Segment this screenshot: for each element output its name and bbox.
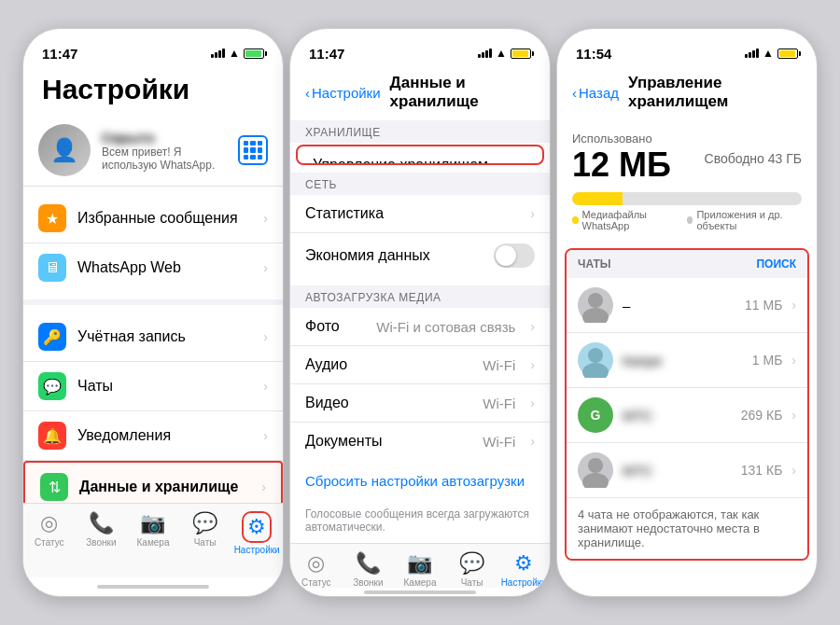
tab-camera-2[interactable]: 📷 Камера	[394, 551, 446, 588]
settings-item-notifications[interactable]: 🔔 Уведомления ›	[23, 411, 283, 461]
chevron-icon: ›	[530, 434, 535, 449]
nav-back-3[interactable]: ‹ Назад	[572, 85, 619, 101]
status-bar-1: 11:47 ▲	[23, 29, 283, 70]
legend-dot-apps	[687, 216, 693, 224]
data-saving-toggle[interactable]	[494, 243, 535, 268]
settings-item-whatsapp-web[interactable]: 🖥 WhatsApp Web ›	[23, 243, 283, 292]
tab-status[interactable]: ◎ Статус	[23, 511, 76, 548]
settings-item-favorites[interactable]: ★ Избранные сообщения ›	[23, 194, 283, 243]
tab-settings[interactable]: ⚙ Настройки	[231, 511, 283, 555]
chevron-icon: ›	[530, 319, 535, 334]
battery-icon	[777, 49, 798, 59]
signal-icon	[745, 49, 759, 58]
wifi-icon: ▲	[229, 47, 240, 60]
chats-header-label: ЧАТЫ	[578, 257, 611, 271]
statistics-item[interactable]: Статистика ›	[290, 195, 550, 233]
battery-icon	[244, 49, 264, 59]
profile-name: Скрыто	[102, 130, 227, 146]
storage-legend: Медиафайлы WhatsApp Приложения и др. объ…	[572, 209, 802, 231]
chevron-icon: ›	[263, 329, 268, 344]
tab-status-2[interactable]: ◎ Статус	[290, 551, 343, 588]
status-tab-label: Статус	[35, 537, 64, 548]
chat-row-3[interactable]: G МТС 269 КБ ›	[567, 388, 807, 443]
status-tab-icon: ◎	[40, 511, 58, 535]
storage-section-header: ХРАНИЛИЩЕ	[290, 120, 550, 143]
chat-size-1: 11 МБ	[745, 298, 782, 312]
storage-label: Использовано	[572, 132, 671, 146]
data-label: Данные и хранилище	[79, 479, 250, 495]
settings-group-1: ★ Избранные сообщения › 🖥 WhatsApp Web ›	[23, 187, 283, 305]
qr-icon[interactable]	[238, 135, 268, 165]
nav-back-2[interactable]: ‹ Настройки	[305, 85, 381, 101]
home-indicator	[23, 577, 283, 596]
signal-icon	[478, 49, 492, 58]
chats-tab-icon: 💬	[459, 551, 484, 576]
tab-calls-2[interactable]: 📞 Звонки	[343, 551, 395, 588]
status-bar-2: 11:47 ▲	[290, 29, 550, 70]
avatar-image: 👤	[38, 124, 91, 176]
tab-chats[interactable]: 💬 Чаты	[179, 511, 231, 548]
chevron-icon: ›	[791, 298, 796, 312]
documents-item[interactable]: Документы Wi-Fi ›	[290, 423, 550, 460]
nav-header-3: ‹ Назад Управление хранилищем	[557, 70, 817, 120]
chat-row-4[interactable]: МТС 131 КБ ›	[567, 443, 807, 498]
tab-settings-2[interactable]: ⚙ Настройки	[497, 551, 550, 588]
chat-row-1[interactable]: – 11 МБ ›	[567, 278, 807, 333]
profile-section[interactable]: 👤 Скрыто Всем привет! Я использую WhatsA…	[23, 115, 283, 187]
legend-media: Медиафайлы WhatsApp	[572, 209, 676, 231]
photos-value: Wi-Fi и сотовая связь	[376, 319, 515, 335]
chevron-icon: ›	[791, 408, 796, 423]
settings-list: ★ Избранные сообщения › 🖥 WhatsApp Web ›…	[23, 187, 283, 503]
tab-calls[interactable]: 📞 Звонки	[76, 511, 128, 548]
storage-size: 12 МБ	[572, 146, 671, 185]
profile-info: Скрыто Всем привет! Я использую WhatsApp…	[102, 130, 227, 172]
settings-item-account[interactable]: 🔑 Учётная запись ›	[23, 312, 283, 362]
tab-chats-2[interactable]: 💬 Чаты	[446, 551, 498, 588]
settings-tab-selected: ⚙	[242, 511, 272, 543]
notifications-icon: 🔔	[38, 422, 66, 450]
status-icons-3: ▲	[745, 47, 798, 60]
profile-status: Всем привет! Я использую WhatsApp.	[102, 146, 227, 172]
favorites-icon: ★	[38, 204, 66, 232]
calls-tab-icon: 📞	[356, 551, 381, 576]
tab-camera[interactable]: 📷 Камера	[127, 511, 179, 548]
video-item[interactable]: Видео Wi-Fi ›	[290, 384, 550, 423]
chevron-icon: ›	[263, 379, 268, 394]
calls-tab-label: Звонки	[86, 537, 116, 548]
documents-label: Документы	[305, 433, 471, 450]
audio-item[interactable]: Аудио Wi-Fi ›	[290, 346, 550, 384]
nav-back-label-3: Назад	[579, 85, 619, 101]
settings-tab-label: Настройки	[501, 577, 547, 588]
search-label[interactable]: ПОИСК	[756, 257, 796, 271]
whatsapp-web-label: WhatsApp Web	[77, 259, 252, 276]
chevron-icon: ›	[530, 357, 535, 372]
photos-label: Фото	[305, 318, 365, 335]
back-chevron-icon: ‹	[305, 85, 310, 101]
chat-avatar-1	[578, 287, 613, 323]
svg-point-4	[588, 458, 603, 473]
settings-item-data[interactable]: ⇅ Данные и хранилище ›	[23, 461, 283, 503]
storage-size-row: Использовано 12 МБ Свободно 43 ГБ	[572, 132, 802, 185]
status-tab-label: Статус	[301, 577, 331, 588]
chevron-icon: ›	[791, 463, 796, 478]
settings-tab-icon: ⚙	[514, 551, 533, 576]
favorites-label: Избранные сообщения	[77, 210, 252, 227]
settings-title: Настройки	[42, 74, 264, 105]
storage-management-item[interactable]: Управление хранилищем ›	[298, 146, 542, 165]
data-saving-label: Экономия данных	[305, 247, 483, 264]
wifi-icon: ▲	[763, 47, 774, 60]
chat-row-2[interactable]: Капри 1 МБ ›	[567, 333, 807, 388]
tab-bar-1: ◎ Статус 📞 Звонки 📷 Камера 💬 Чаты	[23, 503, 283, 577]
auto-download-header: АВТОЗАГРУЗКА МЕДИА	[290, 285, 550, 308]
data-saving-item[interactable]: Экономия данных	[290, 233, 550, 278]
reset-link[interactable]: Сбросить настройки автозагрузки	[290, 460, 550, 502]
chat-size-3: 269 КБ	[741, 408, 783, 423]
settings-item-chats[interactable]: 💬 Чаты ›	[23, 362, 283, 411]
photos-item[interactable]: Фото Wi-Fi и сотовая связь ›	[290, 308, 550, 346]
time-3: 11:54	[576, 46, 611, 62]
storage-free: Свободно 43 ГБ	[705, 151, 802, 166]
auto-note: Голосовые сообщения всегда загружаются а…	[290, 502, 550, 543]
settings-screen: Настройки 👤 Скрыто Всем привет! Я исполь…	[23, 70, 283, 596]
tab-bar-2: ◎ Статус 📞 Звонки 📷 Камера 💬 Чаты ⚙	[290, 543, 550, 588]
status-bar-3: 11:54 ▲	[557, 29, 817, 70]
